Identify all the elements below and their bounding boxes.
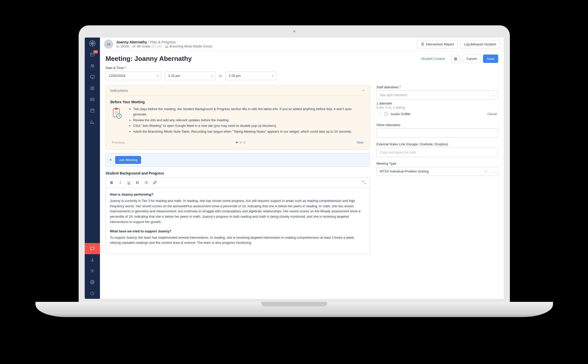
- svg-point-12: [92, 281, 93, 283]
- to-label: to: [219, 74, 222, 78]
- other-attendees-label: Other Attendees: [376, 123, 498, 127]
- staff-attendees-label: Staff attendees *: [376, 85, 498, 89]
- question-2: What have we tried to support Joanny?: [110, 229, 366, 234]
- cancel-button[interactable]: Cancel: [463, 55, 480, 63]
- chevron-down-icon: ⌄: [489, 93, 495, 97]
- nav-id-icon[interactable]: [85, 94, 100, 105]
- svg-point-3: [91, 64, 92, 66]
- remove-attendee-icon[interactable]: ×: [377, 112, 382, 116]
- save-button[interactable]: Save: [483, 55, 498, 63]
- bold-button[interactable]: B: [108, 179, 115, 186]
- nav-dashboard-icon[interactable]: 24: [85, 49, 100, 60]
- attendee-row: × ? Austin Griffith Owner: [376, 109, 498, 118]
- svg-text:3: 3: [145, 183, 145, 184]
- underline-button[interactable]: U: [125, 179, 133, 186]
- svg-point-24: [136, 183, 137, 184]
- meeting-type-select[interactable]: MTSS Individual Problem Solving × ⌄: [376, 167, 498, 176]
- attendee-name: Austin Griffith: [391, 112, 410, 116]
- question-1: How is Joanny performing?: [110, 192, 366, 197]
- instructions-heading: Before Your Meeting: [110, 100, 365, 104]
- instructions-prev-button[interactable]: Previous: [109, 139, 127, 146]
- bullet-list-button[interactable]: [134, 179, 141, 186]
- editor-toolbar: B I U 123: [106, 177, 370, 188]
- app-logo[interactable]: [85, 38, 100, 49]
- answer-1: Joanny is currently in Tier 3 for readin…: [110, 198, 366, 225]
- print-button[interactable]: [451, 55, 460, 63]
- student-context-button[interactable]: Student Context: [418, 55, 448, 63]
- clear-start-icon[interactable]: ×: [211, 74, 213, 78]
- sparkle-icon: ✦: [109, 158, 112, 162]
- datetime-label: Date & Time *: [106, 66, 498, 70]
- instructions-next-button[interactable]: Next: [354, 139, 366, 146]
- attendee-status-icon: ?: [384, 112, 388, 116]
- external-notes-label: External Notes Link (Google, OneNote, Dr…: [376, 142, 498, 146]
- chevron-down-icon: ⌄: [489, 169, 495, 173]
- svg-point-22: [136, 181, 137, 182]
- instructions-list: Two days before the meeting, the Student…: [128, 107, 365, 134]
- start-time-input[interactable]: [165, 71, 216, 80]
- svg-point-8: [91, 99, 92, 100]
- nav-download-icon[interactable]: [85, 254, 100, 265]
- clipboard-clock-icon: [110, 107, 125, 135]
- svg-point-23: [136, 182, 137, 183]
- date-input[interactable]: [106, 71, 161, 80]
- sidebar: 24: [85, 38, 100, 299]
- nav-badge: 24: [93, 50, 98, 54]
- student-name: Joanny Abernathy: [116, 40, 147, 44]
- expand-button[interactable]: [360, 179, 368, 186]
- nav-power-icon[interactable]: [85, 288, 100, 299]
- italic-button[interactable]: I: [116, 179, 124, 186]
- other-attendees-input[interactable]: [376, 128, 498, 138]
- svg-rect-7: [91, 98, 94, 101]
- svg-rect-5: [91, 75, 94, 78]
- instructions-panel: Instructions Before Your Meeting: [106, 85, 370, 150]
- student-school: Branching Minds Middle School: [165, 45, 212, 48]
- chevron-up-icon: [361, 89, 366, 93]
- clear-end-icon[interactable]: ×: [272, 74, 274, 78]
- nav-presentation-icon[interactable]: [85, 72, 100, 83]
- svg-point-4: [93, 65, 94, 66]
- topbar: JA Joanny Abernathy / Plan & Progress 28…: [100, 38, 504, 51]
- student-id: 28305: [116, 45, 129, 48]
- attendee-role: Owner: [488, 112, 497, 116]
- link-button[interactable]: [151, 179, 159, 186]
- nav-help-icon[interactable]: [85, 276, 100, 288]
- nav-calendar-icon[interactable]: [85, 105, 100, 116]
- answer-2: To support Joanny, the team has implemen…: [110, 235, 366, 246]
- meeting-type-label: Meeting Type: [376, 162, 498, 165]
- clear-meeting-type-icon[interactable]: ×: [485, 169, 487, 173]
- page-title: Meeting: Joanny Abernathy: [106, 55, 192, 63]
- nav-users-icon[interactable]: [85, 60, 100, 72]
- staff-attendees-select[interactable]: Add staff members ⌄: [376, 91, 498, 99]
- instructions-dots: [127, 142, 354, 143]
- nav-chart-icon[interactable]: [85, 116, 100, 127]
- intervention-report-button[interactable]: Intervention Report: [417, 40, 458, 48]
- svg-rect-2: [91, 53, 94, 56]
- numbered-list-button[interactable]: 123: [142, 179, 150, 186]
- instructions-toggle[interactable]: Instructions: [106, 85, 370, 96]
- nav-settings-icon[interactable]: [85, 265, 100, 276]
- nav-list-icon[interactable]: [85, 83, 100, 94]
- svg-rect-15: [422, 43, 423, 46]
- end-time-input[interactable]: [226, 71, 276, 80]
- svg-rect-20: [115, 108, 118, 110]
- clear-date-icon[interactable]: ×: [157, 74, 159, 78]
- external-notes-input[interactable]: [376, 148, 498, 157]
- student-grade: 8th Grade (22 yrs): [132, 45, 162, 48]
- editor-content[interactable]: How is Joanny performing? Joanny is curr…: [106, 188, 370, 254]
- attendee-count: 1 attendee: [376, 101, 498, 105]
- svg-rect-9: [91, 109, 94, 112]
- svg-point-14: [117, 46, 117, 47]
- background-section-title: Student Background and Progress: [106, 171, 370, 175]
- join-meeting-button[interactable]: Join Meeting: [115, 156, 141, 164]
- breadcrumb: / Plan & Progress: [148, 40, 176, 44]
- log-behavior-button[interactable]: Log Behavior Incident: [460, 40, 500, 48]
- student-avatar: JA: [104, 40, 113, 49]
- nav-chat-icon[interactable]: [85, 243, 100, 254]
- join-meeting-bar: ✦ Join Meeting: [106, 153, 370, 167]
- attendee-status: 0 yes, 0 no, 1 waiting: [376, 106, 498, 109]
- svg-point-10: [92, 270, 93, 272]
